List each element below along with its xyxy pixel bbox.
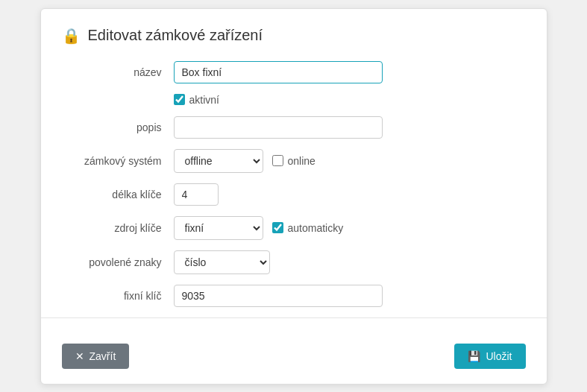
modal-footer: ✕ Zavřít 💾 Uložit	[62, 335, 526, 369]
zdroj-klice-group: fixní náhodný automaticky	[174, 216, 344, 240]
popis-input[interactable]	[174, 116, 383, 139]
popis-row: popis	[62, 116, 526, 139]
aktivni-label[interactable]: aktivní	[189, 94, 219, 106]
fixni-klic-input[interactable]	[174, 285, 383, 307]
zamkovy-system-row: zámkový systém offline online online	[62, 149, 526, 173]
nazev-row: název	[62, 61, 526, 83]
zamkovy-system-select[interactable]: offline online	[174, 149, 263, 173]
online-label[interactable]: online	[288, 155, 316, 167]
save-label: Uložit	[486, 350, 512, 362]
automaticky-row: automaticky	[272, 222, 344, 234]
zdroj-klice-select[interactable]: fixní náhodný	[174, 216, 263, 240]
close-label: Zavřít	[90, 350, 116, 362]
footer-divider	[41, 317, 547, 318]
delka-klice-input[interactable]	[174, 183, 219, 206]
zamkovy-system-label: zámkový systém	[62, 155, 174, 167]
povolene-znaky-row: povolené znaky číslo písmeno alfanumeric…	[62, 250, 526, 274]
aktivni-row: aktivní	[174, 94, 526, 106]
nazev-input[interactable]	[174, 61, 383, 83]
modal-title: Editovat zámkové zařízení	[88, 27, 263, 44]
delka-klice-row: délka klíče	[62, 183, 526, 206]
close-icon: ✕	[75, 350, 84, 362]
automaticky-checkbox[interactable]	[272, 222, 283, 233]
save-icon: 💾	[468, 350, 480, 362]
fixni-klic-label: fixní klíč	[62, 290, 174, 302]
popis-label: popis	[62, 121, 174, 133]
zdroj-klice-label: zdroj klíče	[62, 222, 174, 234]
nazev-label: název	[62, 66, 174, 78]
automaticky-label[interactable]: automaticky	[288, 222, 344, 234]
povolene-znaky-label: povolené znaky	[62, 256, 174, 268]
close-button[interactable]: ✕ Zavřít	[62, 344, 130, 369]
zdroj-klice-row: zdroj klíče fixní náhodný automaticky	[62, 216, 526, 240]
online-row: online	[272, 155, 316, 167]
povolene-znaky-select[interactable]: číslo písmeno alfanumerický	[174, 250, 270, 274]
delka-klice-label: délka klíče	[62, 189, 174, 200]
lock-icon: 🔒	[62, 27, 81, 45]
zamkovy-system-group: offline online online	[174, 149, 316, 173]
aktivni-checkbox[interactable]	[174, 94, 185, 105]
modal-header: 🔒 Editovat zámkové zařízení	[62, 27, 526, 45]
fixni-klic-row: fixní klíč	[62, 285, 526, 307]
edit-modal: 🔒 Editovat zámkové zařízení název aktivn…	[40, 8, 547, 385]
online-checkbox[interactable]	[272, 155, 283, 166]
save-button[interactable]: 💾 Uložit	[454, 344, 525, 369]
